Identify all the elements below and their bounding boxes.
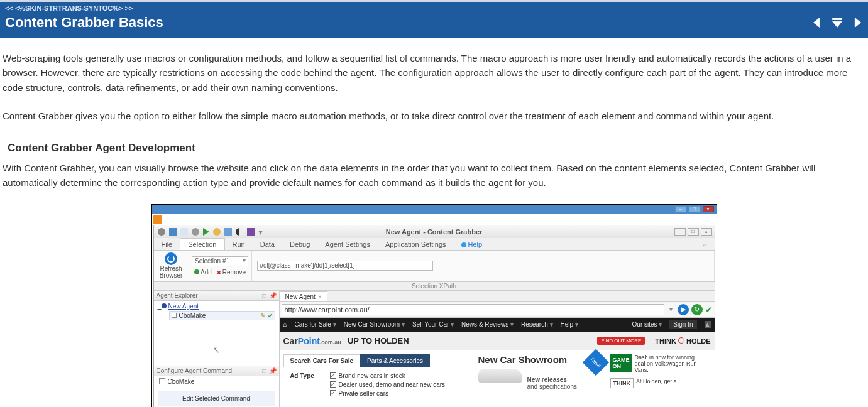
app-icon (153, 215, 162, 224)
document-tab[interactable]: New Agent × (280, 291, 327, 301)
ribbon-collapse-icon[interactable]: ⌄ (694, 238, 715, 250)
left-side-panel: Agent Explorer □📌 New Agent CboMake ✎ ✔ (154, 291, 280, 408)
nav-top-icon[interactable] (830, 16, 844, 31)
edit-node-icon[interactable]: ✎ (260, 312, 265, 319)
promo-text-1: Dash in now for winning deal on Volkswag… (635, 354, 698, 373)
find-out-button[interactable]: FIND OUT MORE (597, 337, 645, 345)
address-bar[interactable]: http://www.carpoint.com.au/ (282, 304, 664, 315)
opt-brand-new[interactable]: ✓Brand new cars in stock (330, 372, 446, 379)
arrow-icon[interactable] (224, 228, 232, 236)
edit-selected-command-button[interactable]: Edit Selected Command (158, 391, 275, 406)
sign-in-button[interactable]: Sign In (669, 320, 696, 329)
browser-back-icon[interactable]: ▶ (678, 304, 689, 315)
panel-float-icon[interactable]: □ (262, 292, 266, 299)
outer-max-button[interactable]: □ (689, 206, 700, 212)
tab-application-settings[interactable]: Application Settings (378, 239, 454, 250)
tab-run[interactable]: Run (225, 239, 253, 250)
scrollbar-up-icon[interactable]: ▲ (705, 321, 711, 328)
promo-text-2: At Holden, get a (636, 378, 677, 384)
xpath-input[interactable]: //dl[@class='make']/dd[1]/select[1] (257, 261, 433, 271)
save-icon[interactable] (169, 228, 177, 236)
qat-dropdown-icon[interactable]: ▾ (258, 227, 263, 237)
nav-prev-icon[interactable] (810, 16, 824, 31)
promo-column: GAME ON Dash in now for winning deal on … (610, 354, 698, 397)
site-logo[interactable]: CarPoint.com.au (283, 336, 341, 346)
back-icon[interactable] (158, 228, 165, 236)
nav-sell-your-car[interactable]: Sell Your Car (412, 321, 454, 328)
app-window-title: New Agent - Content Grabber (386, 228, 483, 236)
tree-root-node[interactable]: New Agent (158, 303, 275, 310)
breadcrumb[interactable]: << <%SKIN-STRTRANS-SYNTOC%> >> (5, 4, 863, 12)
nav-help[interactable]: Help (561, 321, 578, 328)
panel-float-icon-2[interactable]: □ (262, 367, 266, 374)
tab-debug[interactable]: Debug (282, 239, 317, 250)
ad-type-label: Ad Type (283, 372, 321, 397)
configure-item-label: CboMake (168, 378, 195, 385)
browser-go-icon[interactable]: ↻ (691, 304, 703, 315)
search-column: Search Cars For Sale Parts & Accessories… (283, 354, 472, 397)
refresh-browser-button[interactable]: Refresh Browser (154, 251, 189, 281)
tab-data[interactable]: Data (253, 239, 282, 250)
opt-dealer-used[interactable]: ✓Dealer used, demo and near new cars (330, 381, 446, 388)
nav-our-sites[interactable]: Our sites (632, 321, 662, 328)
outer-close-button[interactable]: x (703, 206, 714, 212)
showroom-column: New! New Car Showroom New releases and s… (478, 354, 604, 397)
outer-min-button[interactable]: – (675, 206, 686, 212)
tab-file[interactable]: File (154, 239, 180, 250)
cloud-icon[interactable] (180, 228, 188, 236)
node-action-icon[interactable]: ✔ (268, 312, 273, 319)
refresh-label: Refresh Browser (159, 265, 184, 279)
think-badge[interactable]: THINK (610, 378, 634, 388)
agent-tree[interactable]: New Agent CboMake ✎ ✔ (154, 301, 279, 335)
lightbulb-icon[interactable] (213, 228, 221, 236)
site-body: Search Cars For Sale Parts & Accessories… (280, 350, 715, 401)
nav-cars-for-sale[interactable]: Cars for Sale (295, 321, 336, 328)
panel-pin-icon[interactable]: 📌 (269, 292, 277, 299)
inner-close-button[interactable]: x (701, 228, 712, 236)
node-icon (162, 303, 167, 308)
opt-private-seller[interactable]: ✓Private seller cars (330, 390, 446, 397)
outer-window-chrome: – □ x (152, 205, 717, 214)
grid-icon[interactable] (247, 228, 255, 236)
nav-next-icon[interactable] (850, 16, 864, 31)
tab-help[interactable]: Help (454, 239, 490, 250)
selection-combo[interactable]: Selection #1 (192, 256, 248, 266)
intro-paragraph-1: Web-scraping tools generally use macros … (3, 51, 865, 95)
tab-search-cars[interactable]: Search Cars For Sale (283, 354, 361, 367)
nav-research[interactable]: Research (521, 321, 553, 328)
inner-min-button[interactable]: – (674, 228, 686, 236)
xpath-group: //dl[@class='make']/dd[1]/select[1] (252, 251, 715, 281)
help-icon (461, 242, 466, 247)
contrast-icon[interactable] (236, 228, 243, 236)
top-title-bar: << <%SKIN-STRTRANS-SYNTOC%> >> Content G… (0, 0, 868, 38)
nav-news-reviews[interactable]: News & Reviews (461, 321, 514, 328)
wand-icon[interactable]: ✔ (705, 305, 713, 315)
browser-pane: New Agent × http://www.carpoint.com.au/ … (280, 291, 715, 408)
cursor-icon: ↖ (212, 345, 220, 355)
address-dropdown-icon[interactable]: ▾ (667, 306, 675, 313)
nav-new-car-showroom[interactable]: New Car Showroom (344, 321, 405, 328)
add-selection-button[interactable]: Add (194, 269, 212, 276)
play-icon[interactable] (203, 228, 209, 236)
agent-explorer-header: Agent Explorer (157, 292, 198, 299)
site-banner: CarPoint.com.au UP TO HOLDEN FIND OUT MO… (280, 332, 715, 350)
home-icon[interactable]: ⌂ (283, 321, 287, 328)
banner-slogan: UP TO HOLDEN (348, 336, 409, 345)
ribbon-tabs: File Selection Run Data Debug Agent Sett… (154, 238, 715, 251)
tree-child-node[interactable]: CboMake ✎ ✔ (169, 311, 275, 320)
panel-pin-icon-2[interactable]: 📌 (269, 367, 277, 374)
ribbon-group-label: Selection XPath (154, 282, 715, 291)
selection-group: Selection #1 Add Remove (189, 251, 252, 281)
close-tab-icon[interactable]: × (318, 293, 322, 300)
game-on-badge[interactable]: GAME ON (610, 354, 632, 372)
inner-max-button[interactable]: □ (688, 228, 699, 236)
showroom-subtitle: New releases and specifications (527, 376, 578, 390)
app-title-bar: ▾ New Agent - Content Grabber – □ x (154, 225, 715, 238)
tab-selection[interactable]: Selection (180, 238, 224, 250)
checkbox-icon[interactable] (159, 378, 165, 384)
tab-agent-settings[interactable]: Agent Settings (317, 239, 378, 250)
remove-selection-button[interactable]: Remove (217, 269, 246, 276)
tab-parts-accessories[interactable]: Parts & Accessories (360, 354, 430, 367)
section-heading: Content Grabber Agent Development (8, 142, 865, 155)
gear-icon[interactable] (192, 228, 199, 236)
